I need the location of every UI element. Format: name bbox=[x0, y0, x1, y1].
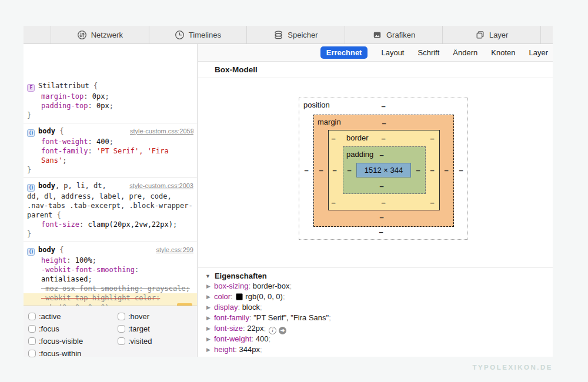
tab-knoten[interactable]: Knoten bbox=[491, 48, 515, 57]
pseudo-option-focus-visible[interactable]: :focus-visible bbox=[28, 335, 118, 347]
property-value: clamp(20px,2vw,22px) bbox=[88, 220, 173, 229]
semicolon: ; bbox=[260, 303, 262, 311]
rule-selector: body bbox=[38, 246, 55, 254]
css-rule-body-group[interactable]: style-custom.css:2003()body, p, li, dt, … bbox=[24, 177, 197, 242]
margin-bottom-value[interactable]: – bbox=[379, 213, 383, 222]
disclosure-closed-icon[interactable]: ▶ bbox=[206, 302, 211, 313]
stylesheet-link[interactable]: style-custom.css:2059 bbox=[130, 126, 193, 136]
disclosure-closed-icon[interactable]: ▶ bbox=[206, 291, 211, 302]
margin-left-value[interactable]: – bbox=[319, 166, 323, 175]
border-right-value[interactable]: – bbox=[430, 166, 434, 175]
css-declaration[interactable]: font-size: clamp(20px,2vw,22px); bbox=[27, 220, 193, 229]
padding-right-value[interactable]: – bbox=[416, 166, 420, 175]
css-rule-style-attribute[interactable]: EStilattribut { margin-top: 0px; padding… bbox=[24, 78, 197, 123]
pseudo-option-active[interactable]: :active bbox=[28, 310, 118, 323]
stylesheet-link[interactable]: style-custom.css:2003 bbox=[111, 181, 193, 190]
border-top-left-value[interactable]: – bbox=[331, 134, 335, 143]
checkbox[interactable] bbox=[118, 337, 125, 345]
pseudo-option-visited[interactable]: :visited bbox=[118, 335, 194, 347]
position-top-value[interactable]: – bbox=[381, 102, 385, 110]
pseudo-option-focus-within[interactable]: :focus-within bbox=[28, 347, 118, 360]
pseudo-option-focus[interactable]: :focus bbox=[28, 323, 118, 335]
disclosure-open-icon[interactable]: ▼ bbox=[205, 271, 211, 282]
toolbar-tab-speicher[interactable]: Speicher bbox=[246, 26, 345, 43]
position-right-value[interactable]: – bbox=[459, 166, 463, 175]
border-bottom-value[interactable]: – bbox=[381, 198, 385, 207]
pseudo-label: :focus bbox=[39, 324, 59, 333]
toolbar-left-segment bbox=[24, 26, 51, 43]
border-left-value[interactable]: – bbox=[332, 166, 336, 175]
disclosure-closed-icon[interactable]: ▶ bbox=[206, 281, 211, 291]
content-box[interactable]: 1512 × 344 bbox=[356, 163, 411, 177]
css-declaration[interactable]: height: 100%; bbox=[27, 256, 193, 265]
pseudo-option-hover[interactable]: :hover bbox=[118, 310, 194, 323]
colon: : bbox=[135, 266, 139, 274]
computed-property-row[interactable]: ▶box-sizing: border-box; bbox=[205, 281, 553, 291]
toolbar-tab-label: Netzwerk bbox=[91, 31, 123, 39]
toolbar-tab-netzwerk[interactable]: Netzwerk bbox=[51, 26, 149, 43]
toolbar-tab-grafiken[interactable]: Grafiken bbox=[345, 26, 443, 43]
property-name: -webkit-tap-highlight-color bbox=[41, 294, 156, 302]
border-top-value[interactable]: – bbox=[381, 134, 385, 143]
border-bottom-right-value[interactable]: – bbox=[430, 198, 434, 207]
toolbar-tab-timelines[interactable]: Timelines bbox=[149, 26, 247, 43]
checkbox[interactable] bbox=[118, 325, 125, 333]
margin-right-value[interactable]: – bbox=[444, 166, 448, 175]
toolbar-tab-layer[interactable]: Layer bbox=[442, 26, 540, 43]
css-declaration[interactable]: margin-top: 0px; bbox=[27, 92, 193, 101]
computed-property-row[interactable]: ▶font-family: "PT Serif", "Fira Sans"; bbox=[205, 313, 553, 323]
clock-icon bbox=[175, 30, 185, 40]
css-declaration-disabled-highlighted[interactable]: -webkit-tap-highlight-color: bbox=[24, 293, 197, 303]
colon: : bbox=[139, 284, 147, 293]
box-model-diagram[interactable]: position – – – – margin – – – – border –… bbox=[299, 98, 468, 240]
checkbox[interactable] bbox=[28, 325, 36, 333]
semicolon: ; bbox=[268, 334, 270, 343]
checkbox[interactable] bbox=[28, 313, 36, 320]
checkbox[interactable] bbox=[118, 313, 125, 320]
disclosure-closed-icon[interactable]: ▶ bbox=[206, 334, 211, 344]
padding-left-value[interactable]: – bbox=[347, 166, 351, 175]
disclosure-closed-icon[interactable]: ▶ bbox=[206, 313, 211, 323]
rule-selector: Stilattribut bbox=[38, 82, 89, 90]
border-bottom-left-value[interactable]: – bbox=[331, 198, 335, 207]
tab-aendern[interactable]: Ändern bbox=[453, 48, 477, 57]
padding-bottom-value[interactable]: – bbox=[379, 182, 383, 190]
property-name: height bbox=[214, 345, 235, 354]
computed-property-row[interactable]: ▶height: 344px; bbox=[205, 344, 553, 355]
padding-top-value[interactable]: – bbox=[379, 150, 383, 159]
property-name: display bbox=[214, 303, 238, 311]
disclosure-closed-icon[interactable]: ▶ bbox=[206, 323, 211, 334]
styles-panel[interactable]: EStilattribut { margin-top: 0px; padding… bbox=[24, 44, 198, 306]
computed-property-row[interactable]: ▶font-size: 22px;i➜ bbox=[205, 323, 553, 334]
semicolon: ; bbox=[283, 292, 285, 301]
tab-layout[interactable]: Layout bbox=[381, 48, 404, 57]
position-bottom-value[interactable]: – bbox=[379, 227, 383, 236]
css-declaration[interactable]: -webkit-font-smoothing: antialiased; bbox=[27, 265, 193, 284]
checkbox[interactable] bbox=[28, 350, 36, 357]
css-declaration[interactable]: font-family: 'PT Serif', 'Fira Sans'; bbox=[27, 146, 193, 165]
css-rule-body-font[interactable]: style-custom.css:2059()body { font-weigh… bbox=[24, 123, 197, 177]
computed-property-row[interactable]: ▶color: rgb(0, 0, 0); bbox=[205, 291, 553, 302]
css-rule-body-style[interactable]: style.css:299()body { height: 100%; -web… bbox=[24, 242, 197, 306]
web-inspector-screen: Netzwerk Timelines Speicher bbox=[0, 0, 588, 382]
css-declaration-disabled[interactable]: -moz-osx-font-smoothing: grayscale; bbox=[27, 284, 193, 293]
checkbox[interactable] bbox=[28, 337, 36, 345]
colon: : bbox=[79, 220, 88, 229]
pseudo-option-target[interactable]: :target bbox=[118, 323, 194, 335]
margin-top-value[interactable]: – bbox=[382, 119, 386, 128]
position-left-value[interactable]: – bbox=[304, 166, 308, 175]
tab-errechnet[interactable]: Errechnet bbox=[320, 46, 368, 59]
goto-arrow-icon[interactable]: ➜ bbox=[279, 327, 286, 334]
color-swatch[interactable] bbox=[236, 293, 243, 300]
tab-layer[interactable]: Layer bbox=[529, 48, 548, 57]
tab-schrift[interactable]: Schrift bbox=[418, 48, 440, 57]
css-declaration[interactable]: padding-top: 0px; bbox=[27, 101, 193, 110]
computed-property-row[interactable]: ▶display: block; bbox=[205, 302, 553, 313]
computed-property-row[interactable]: ▶font-weight: 400; bbox=[205, 334, 553, 344]
css-declaration[interactable]: font-weight: 400; bbox=[27, 137, 193, 146]
layers-icon bbox=[475, 30, 485, 40]
disclosure-closed-icon[interactable]: ▶ bbox=[206, 344, 211, 355]
properties-header[interactable]: ▼Eigenschaften bbox=[205, 271, 553, 281]
border-top-right-value[interactable]: – bbox=[430, 134, 434, 143]
stylesheet-link[interactable]: style.css:299 bbox=[156, 245, 193, 254]
